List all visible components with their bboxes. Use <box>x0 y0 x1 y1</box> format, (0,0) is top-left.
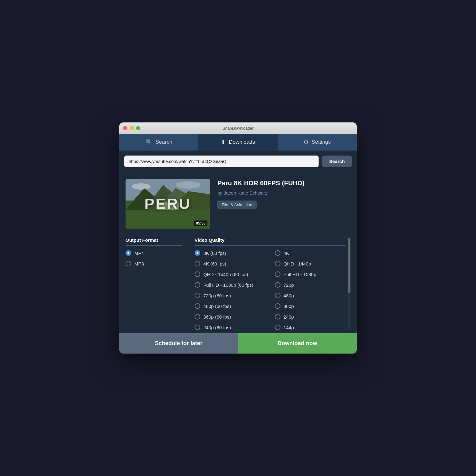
quality-720p60-option[interactable]: 720p (60 fps) <box>195 293 265 298</box>
quality-4k60-label: 4K (60 fps) <box>203 261 226 266</box>
tab-settings-label: Settings <box>312 139 331 145</box>
quality-col-2: 4K QHD - 1440p Full HD - 1080p <box>265 246 346 330</box>
quality-fhd-radio[interactable] <box>275 271 280 277</box>
quality-8k60-radio[interactable] <box>195 250 200 256</box>
output-format-options: MP4 MP3 <box>126 250 182 266</box>
video-author: by Jacob Katie Schwarz <box>217 190 350 196</box>
quality-480p60-radio[interactable] <box>195 303 200 309</box>
quality-480p60-label: 480p (60 fps) <box>203 304 231 309</box>
quality-fhd60-label: Full HD - 1080p (60 fps) <box>203 282 253 288</box>
titlebar: SnapDownloader <box>119 122 357 134</box>
main-content: PERU 05:38 Peru 8K HDR 60FPS (FUHD) by J… <box>119 172 357 333</box>
schedule-button[interactable]: Schedule for later <box>119 333 238 354</box>
quality-qhd-radio[interactable] <box>275 261 280 266</box>
quality-fhd-option[interactable]: Full HD - 1080p <box>275 271 346 277</box>
format-mp4-option[interactable]: MP4 <box>126 250 182 256</box>
quality-144p-option[interactable]: 144p <box>275 325 346 330</box>
output-format-label: Output Format <box>126 237 182 246</box>
video-info: Peru 8K HDR 60FPS (FUHD) by Jacob Katie … <box>217 179 350 229</box>
quality-480p-option[interactable]: 480p <box>275 293 346 298</box>
format-mp4-radio[interactable] <box>126 250 131 256</box>
search-button[interactable]: Search <box>322 156 352 167</box>
quality-col2-options: 4K QHD - 1440p Full HD - 1080p <box>275 250 346 330</box>
quality-fhd60-option[interactable]: Full HD - 1080p (60 fps) <box>195 282 265 288</box>
output-format-section: Output Format MP4 MP3 <box>126 237 188 330</box>
video-card: PERU 05:38 Peru 8K HDR 60FPS (FUHD) by J… <box>126 179 350 229</box>
app-title: SnapDownloader <box>222 126 254 131</box>
scrollbar[interactable] <box>348 237 350 330</box>
scrollbar-thumb[interactable] <box>348 238 350 293</box>
options-section: Output Format MP4 MP3 Video Quality <box>126 237 350 330</box>
quality-360p60-label: 360p (60 fps) <box>203 314 231 320</box>
window-controls <box>123 126 140 130</box>
quality-720p60-radio[interactable] <box>195 293 200 298</box>
quality-4k60-option[interactable]: 4K (60 fps) <box>195 261 265 266</box>
quality-360p-label: 360p <box>284 304 294 309</box>
minimize-button[interactable] <box>130 126 134 130</box>
format-mp4-label: MP4 <box>134 250 144 256</box>
quality-720p-label: 720p <box>284 282 294 288</box>
quality-col1-options: 8K (60 fps) 4K (60 fps) QHD - 1440p (60 … <box>195 250 265 330</box>
quality-4k-radio[interactable] <box>275 250 280 256</box>
quality-fhd-label: Full HD - 1080p <box>284 272 316 277</box>
quality-720p-option[interactable]: 720p <box>275 282 346 288</box>
video-category: Film & Animation <box>217 201 257 209</box>
video-title: Peru 8K HDR 60FPS (FUHD) <box>217 179 350 187</box>
tab-settings[interactable]: ⚙ Settings <box>278 134 357 151</box>
quality-240p60-option[interactable]: 240p (60 fps) <box>195 325 265 330</box>
maximize-button[interactable] <box>136 126 140 130</box>
tab-downloads-label: Downloads <box>229 139 255 145</box>
quality-240p-option[interactable]: 240p <box>275 314 346 320</box>
quality-480p60-option[interactable]: 480p (60 fps) <box>195 303 265 309</box>
url-search-bar: Search <box>119 151 357 172</box>
video-quality-label: Video Quality <box>195 237 345 246</box>
download-icon: ⬇ <box>221 139 226 146</box>
quality-qhd60-radio[interactable] <box>195 271 200 277</box>
format-mp3-radio[interactable] <box>126 261 131 266</box>
quality-col-1: 8K (60 fps) 4K (60 fps) QHD - 1440p (60 … <box>195 246 265 330</box>
tab-search-label: Search <box>156 139 172 145</box>
quality-qhd60-label: QHD - 1440p (60 fps) <box>203 272 248 277</box>
tab-search[interactable]: 🔍 Search <box>119 134 198 151</box>
download-now-button[interactable]: Download now <box>238 333 357 354</box>
quality-fhd60-radio[interactable] <box>195 282 200 288</box>
quality-480p-label: 480p <box>284 293 294 298</box>
search-icon: 🔍 <box>146 139 152 146</box>
app-window: SnapDownloader 🔍 Search ⬇ Downloads ⚙ Se… <box>119 122 357 354</box>
quality-8k60-option[interactable]: 8K (60 fps) <box>195 250 265 256</box>
quality-360p60-radio[interactable] <box>195 314 200 320</box>
quality-144p-label: 144p <box>284 325 294 330</box>
quality-4k-option[interactable]: 4K <box>275 250 346 256</box>
quality-720p-radio[interactable] <box>275 282 280 288</box>
quality-240p60-radio[interactable] <box>195 325 200 330</box>
quality-qhd60-option[interactable]: QHD - 1440p (60 fps) <box>195 271 265 277</box>
video-duration: 05:38 <box>194 221 207 226</box>
url-input[interactable] <box>124 156 319 167</box>
quality-240p60-label: 240p (60 fps) <box>203 325 231 330</box>
format-mp3-option[interactable]: MP3 <box>126 261 182 266</box>
tab-downloads[interactable]: ⬇ Downloads <box>198 134 277 151</box>
video-quality-section: Video Quality 8K (60 fps) <box>188 237 345 330</box>
quality-144p-radio[interactable] <box>275 325 280 330</box>
quality-360p-radio[interactable] <box>275 303 280 309</box>
quality-360p-option[interactable]: 360p <box>275 303 346 309</box>
quality-720p60-label: 720p (60 fps) <box>203 293 231 298</box>
quality-4k60-radio[interactable] <box>195 261 200 266</box>
quality-qhd-option[interactable]: QHD - 1440p <box>275 261 346 266</box>
close-button[interactable] <box>123 126 127 130</box>
tab-bar: 🔍 Search ⬇ Downloads ⚙ Settings <box>119 134 357 151</box>
quality-qhd-label: QHD - 1440p <box>284 261 311 266</box>
quality-360p60-option[interactable]: 360p (60 fps) <box>195 314 265 320</box>
quality-8k60-label: 8K (60 fps) <box>203 250 226 256</box>
quality-240p-label: 240p <box>284 314 294 320</box>
quality-240p-radio[interactable] <box>275 314 280 320</box>
gear-icon: ⚙ <box>304 139 309 146</box>
video-thumbnail: PERU 05:38 <box>126 179 210 229</box>
quality-480p-radio[interactable] <box>275 293 280 298</box>
quality-4k-label: 4K <box>284 250 289 256</box>
format-mp3-label: MP3 <box>134 261 144 266</box>
action-buttons: Schedule for later Download now <box>119 333 357 354</box>
